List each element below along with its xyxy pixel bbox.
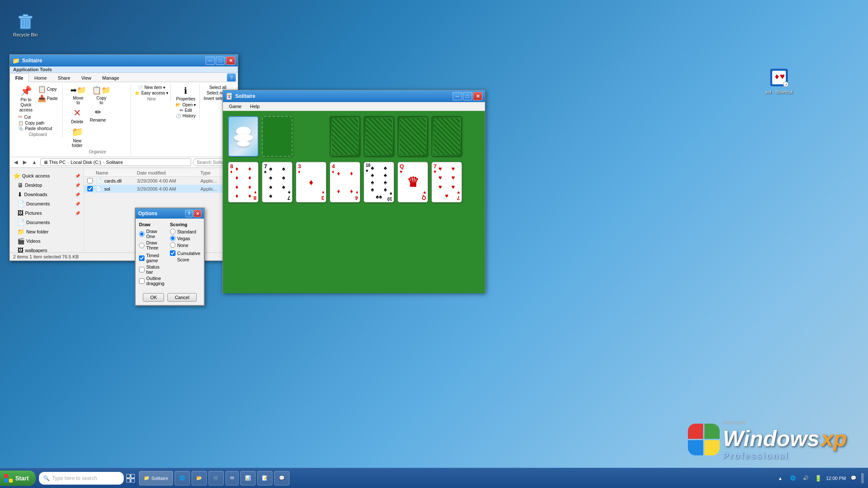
paste-shortcut-btn[interactable]: 📎 Paste shortcut xyxy=(17,126,59,131)
card-7-hearts[interactable]: 7 ♥ ♥♥ ♥♥ ♥♥ ♥ 7 ♥ xyxy=(431,162,462,202)
tray-expand-btn[interactable]: ▲ xyxy=(775,473,785,483)
tab-share[interactable]: Share xyxy=(52,73,75,82)
options-help-btn[interactable]: ? xyxy=(185,210,193,217)
network-icon[interactable]: 🌐 xyxy=(788,473,798,483)
sidebar-item-documents-pinned[interactable]: 📄 Documents 📌 xyxy=(11,199,82,208)
winxp-logo: Microsoft Windows xp Professional xyxy=(688,419,847,463)
taskbar-app1-btn[interactable]: 📊 xyxy=(240,471,256,485)
timed-game-checkbox[interactable] xyxy=(139,255,145,261)
draw-pile[interactable] xyxy=(262,116,292,157)
cancel-button[interactable]: Cancel xyxy=(167,293,196,302)
delete-btn[interactable]: ✕ Delete xyxy=(68,107,86,125)
show-desktop-btn[interactable] xyxy=(861,473,864,483)
options-close-btn[interactable]: ✕ xyxy=(194,210,201,217)
tab-file[interactable]: File xyxy=(10,73,29,82)
spacer xyxy=(296,116,326,157)
cut-btn[interactable]: ✂ Cut xyxy=(17,114,59,120)
options-title: Options xyxy=(138,211,185,216)
none-label: None xyxy=(177,243,188,248)
sidebar-item-downloads[interactable]: ⬇ Downloads 📌 xyxy=(11,190,82,199)
explorer-close-btn[interactable]: ✕ xyxy=(226,56,235,65)
copy-to-btn[interactable]: 📋📁 Copyto xyxy=(89,85,113,106)
card-10-spades[interactable]: 10 ♠ ♠♠ ♠♠ ♠♠ ♠♠ ♠♠ 10 ♠ xyxy=(364,162,394,202)
task-view-btn[interactable] xyxy=(125,473,136,483)
game-menu[interactable]: Game xyxy=(225,103,246,110)
explorer-minimize-btn[interactable]: ─ xyxy=(206,56,215,65)
foundation-3[interactable] xyxy=(398,116,428,157)
open-btn[interactable]: 📂 Open ▾ xyxy=(174,102,198,108)
status-bar-checkbox[interactable] xyxy=(139,267,145,272)
card-3-diamonds[interactable]: 3 ♦ ♦ 3 ♦ xyxy=(296,162,326,202)
ok-button[interactable]: OK xyxy=(143,293,164,302)
explorer-maximize-btn[interactable]: □ xyxy=(216,56,225,65)
card-4-diamonds[interactable]: 4 ♦ ♦♦ ♦♦ 4 ♦ xyxy=(330,162,360,202)
taskbar-mail-btn[interactable]: ✉ xyxy=(225,471,239,485)
taskbar-app3-btn[interactable]: 💬 xyxy=(274,471,289,485)
sidebar-item-quick-access[interactable]: ⭐ Quick access 📌 xyxy=(11,171,82,180)
copy-btn[interactable]: 📋 Copy xyxy=(36,85,59,94)
easy-access-btn[interactable]: ⭐ Easy access ▾ xyxy=(133,90,170,96)
solitaire-maximize-btn[interactable]: □ xyxy=(463,92,472,100)
sidebar-item-new-folder[interactable]: 📁 New folder xyxy=(11,227,82,236)
taskbar-edge-btn[interactable]: 🌐 xyxy=(175,471,190,485)
tab-view[interactable]: View xyxy=(76,73,97,82)
none-radio[interactable] xyxy=(170,242,175,248)
help-menu[interactable]: Help xyxy=(246,103,264,110)
battery-icon[interactable]: 🔋 xyxy=(813,473,823,483)
taskbar-app2-btn[interactable]: 📝 xyxy=(257,471,273,485)
history-btn[interactable]: 🕐 History xyxy=(174,113,198,119)
taskbar-store-btn[interactable]: 🛒 xyxy=(209,471,224,485)
solitaire-minimize-btn[interactable]: ─ xyxy=(453,92,462,100)
card-queen-hearts[interactable]: Q ♥ ♛ Q ♥ xyxy=(398,162,428,202)
start-button[interactable]: Start xyxy=(0,471,36,486)
windows-text: Windows xyxy=(723,426,820,451)
outline-dragging-checkbox[interactable] xyxy=(139,278,145,284)
recycle-bin-icon[interactable]: Recycle Bin xyxy=(8,8,42,39)
edit-btn[interactable]: ✏ Edit xyxy=(178,108,194,113)
foundation-4[interactable] xyxy=(431,116,462,157)
sidebar-item-videos[interactable]: 🎬 Videos xyxy=(11,236,82,246)
new-item-btn[interactable]: 📄 New item ▾ xyxy=(136,85,167,90)
sidebar-item-desktop[interactable]: 🖥 Desktop 📌 xyxy=(11,180,82,190)
foundation-1[interactable] xyxy=(330,116,360,157)
windows-flag xyxy=(688,424,720,455)
draw-one-radio[interactable] xyxy=(139,231,145,237)
sol-checkbox[interactable] xyxy=(87,186,93,191)
volume-icon[interactable]: 🔊 xyxy=(801,473,811,483)
nav-forward-btn[interactable]: ▶ xyxy=(21,158,28,166)
draw-three-radio[interactable] xyxy=(139,243,145,248)
taskbar-explorer-btn[interactable]: 📁 Solitaire xyxy=(139,471,173,485)
tab-manage[interactable]: Manage xyxy=(97,73,125,82)
move-to-btn[interactable]: ➡📁 Moveto xyxy=(68,85,89,106)
sidebar-item-wallpapers[interactable]: 🖼 wallpapers xyxy=(11,246,82,252)
solitaire-close-btn[interactable]: ✕ xyxy=(473,92,482,100)
sol-shortcut-icon[interactable]: ♦ ♥ ↗ sol - Shortcut xyxy=(762,66,796,96)
taskbar-search[interactable]: 🔍 Type here to search xyxy=(39,472,124,485)
paste-btn[interactable]: 📥 Paste xyxy=(36,94,59,103)
foundation-2[interactable] xyxy=(364,116,394,157)
file-row-cards-dll[interactable]: 📄cards.dll 3/29/2006 4:00 AM Applic... xyxy=(84,177,238,185)
rename-btn[interactable]: ✏ Rename xyxy=(87,107,108,123)
card-8-diamonds[interactable]: 8 ♦ ♦♦ ♦♦ ♦♦ ♦♦ 8 ♦ xyxy=(228,162,259,202)
stock-pile[interactable] xyxy=(228,116,259,157)
pin-to-quick-btn[interactable]: 📌 Pin to Quickaccess xyxy=(17,85,36,114)
solitaire-window-controls: ─ □ ✕ xyxy=(453,92,482,100)
address-path[interactable]: 🖥 This PC › Local Disk (C:) › Solitaire xyxy=(40,158,191,166)
nav-back-btn[interactable]: ◀ xyxy=(12,158,19,166)
sidebar-item-documents[interactable]: 📄 Documents xyxy=(11,218,82,227)
card-7-spades[interactable]: 7 ♠ ♠♠ ♠♠ ♠♠ ♠ 7 ♠ xyxy=(262,162,292,202)
taskbar-files-btn[interactable]: 📂 xyxy=(192,471,207,485)
tab-home[interactable]: Home xyxy=(29,73,52,82)
file-row-sol[interactable]: 📄sol 3/29/2006 4:00 AM Applic... xyxy=(84,185,238,193)
explorer-help-btn[interactable]: ? xyxy=(227,73,236,82)
new-folder-btn[interactable]: 📁 Newfolder xyxy=(68,126,86,149)
copy-path-btn[interactable]: 📋 Copy path xyxy=(17,120,59,126)
notifications-icon[interactable]: 💬 xyxy=(849,473,859,483)
cumulative-checkbox[interactable] xyxy=(170,250,175,256)
cards-dll-checkbox[interactable] xyxy=(87,178,93,183)
vegas-radio[interactable] xyxy=(170,236,175,241)
standard-radio[interactable] xyxy=(170,229,175,234)
nav-up-btn[interactable]: ▲ xyxy=(30,158,39,166)
properties-btn[interactable]: ℹ Properties xyxy=(174,85,198,102)
sidebar-item-pictures[interactable]: 🖼 Pictures 📌 xyxy=(11,208,82,218)
